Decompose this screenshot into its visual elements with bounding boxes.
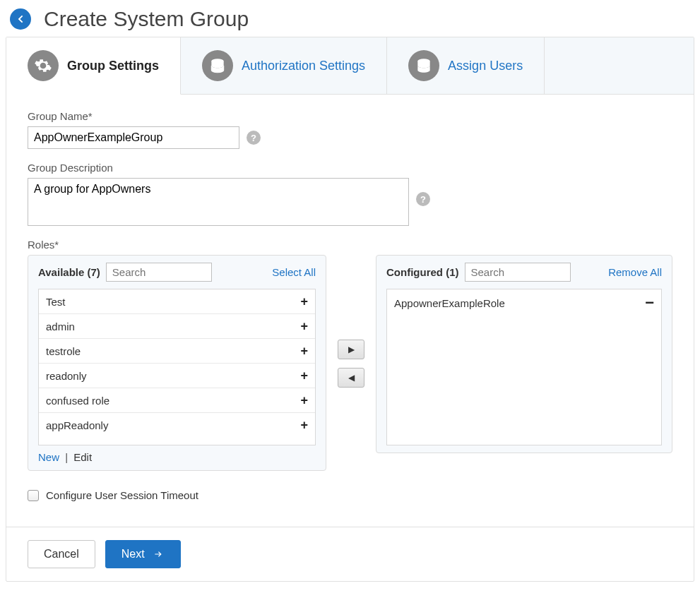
- available-search-input[interactable]: [106, 263, 212, 282]
- list-item[interactable]: AppownerExampleRole−: [387, 289, 661, 316]
- available-roles-panel: Available (7) Select All Test+admin+test…: [28, 255, 326, 471]
- role-name: confused role: [46, 395, 109, 407]
- gear-icon: [28, 50, 59, 81]
- page-title: Create System Group: [44, 7, 249, 31]
- roles-label: Roles*: [28, 239, 672, 251]
- role-name: readonly: [46, 370, 87, 382]
- configured-search-input[interactable]: [465, 263, 571, 282]
- role-name: appReadonly: [46, 419, 108, 431]
- remove-all-link[interactable]: Remove All: [608, 266, 662, 278]
- group-description-input[interactable]: [28, 178, 409, 226]
- list-item[interactable]: testrole+: [39, 339, 315, 364]
- configured-listbox[interactable]: AppownerExampleRole−: [386, 289, 662, 445]
- back-button[interactable]: [10, 8, 31, 30]
- tab-label: Assign Users: [448, 59, 523, 73]
- move-right-button[interactable]: ▶: [338, 340, 364, 359]
- tab-authorization-settings[interactable]: Authorization Settings: [181, 37, 387, 94]
- plus-icon[interactable]: +: [300, 320, 308, 333]
- plus-icon[interactable]: +: [300, 369, 308, 382]
- configured-roles-panel: Configured (1) Remove All AppownerExampl…: [376, 255, 672, 453]
- move-left-button[interactable]: ◀: [338, 368, 364, 388]
- session-timeout-checkbox[interactable]: [28, 490, 39, 501]
- role-name: admin: [46, 321, 75, 333]
- tabs: Group Settings Authorization Settings As…: [6, 37, 694, 95]
- available-title: Available (7): [38, 266, 100, 278]
- tab-group-settings[interactable]: Group Settings: [6, 37, 181, 95]
- plus-icon[interactable]: +: [300, 295, 308, 308]
- plus-icon[interactable]: +: [300, 419, 308, 431]
- arrow-right-icon: [152, 549, 165, 559]
- session-timeout-label: Configure User Session Timeout: [46, 489, 198, 501]
- group-name-input[interactable]: [28, 126, 239, 149]
- database-icon: [202, 50, 233, 81]
- edit-role-link[interactable]: Edit: [73, 451, 92, 463]
- triangle-left-icon: ◀: [348, 373, 355, 383]
- list-item[interactable]: confused role+: [39, 388, 315, 413]
- group-name-label: Group Name*: [28, 110, 672, 122]
- plus-icon[interactable]: +: [300, 345, 308, 357]
- role-name: Test: [46, 296, 66, 308]
- configured-title: Configured (1): [386, 266, 459, 278]
- help-icon[interactable]: ?: [247, 131, 261, 145]
- select-all-link[interactable]: Select All: [272, 266, 316, 278]
- database-icon: [408, 50, 439, 81]
- list-item[interactable]: Test+: [39, 289, 315, 314]
- list-item[interactable]: appReadonly+: [39, 413, 315, 437]
- plus-icon[interactable]: +: [300, 394, 308, 407]
- tab-assign-users[interactable]: Assign Users: [387, 37, 545, 94]
- help-icon[interactable]: ?: [416, 192, 430, 206]
- minus-icon[interactable]: −: [645, 295, 654, 311]
- available-listbox[interactable]: Test+admin+testrole+readonly+confused ro…: [38, 289, 316, 445]
- tab-label: Group Settings: [67, 59, 159, 73]
- arrow-left-icon: [15, 13, 26, 25]
- list-item[interactable]: readonly+: [39, 364, 315, 388]
- next-button[interactable]: Next: [105, 540, 181, 568]
- role-name: AppownerExampleRole: [394, 297, 505, 309]
- tab-label: Authorization Settings: [242, 59, 365, 73]
- list-item[interactable]: admin+: [39, 314, 315, 339]
- role-name: testrole: [46, 345, 81, 357]
- group-description-label: Group Description: [28, 162, 672, 174]
- new-role-link[interactable]: New: [38, 451, 59, 463]
- triangle-right-icon: ▶: [348, 345, 355, 354]
- cancel-button[interactable]: Cancel: [28, 540, 95, 568]
